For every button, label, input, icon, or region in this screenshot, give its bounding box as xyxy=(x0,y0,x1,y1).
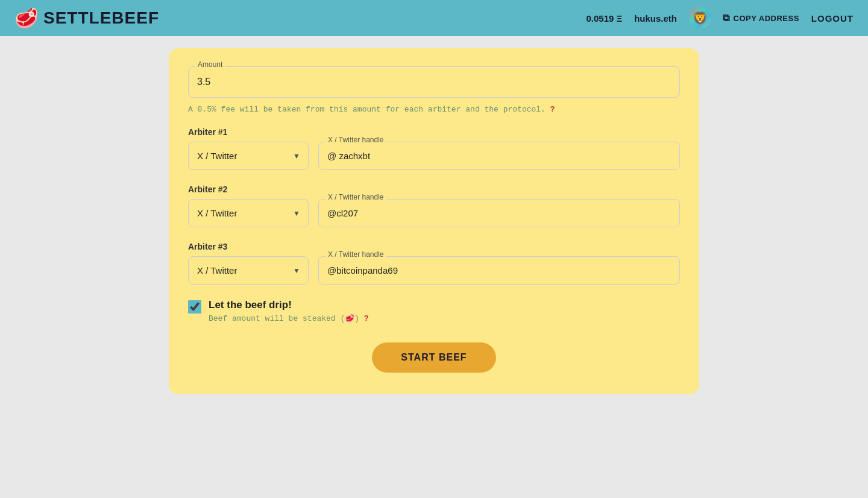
arbiter-3-handle-label: X / Twitter handle xyxy=(326,250,386,259)
logo-text: SETTLEBEEF xyxy=(43,8,159,28)
drip-text: Let the beef drip! Beef amount will be s… xyxy=(209,299,369,323)
drip-title[interactable]: Let the beef drip! xyxy=(209,299,369,311)
arbiter-2-row: X / Twitter Ethereum Address Farcaster ▼… xyxy=(188,199,680,227)
drip-help-icon[interactable]: ? xyxy=(364,314,369,323)
arbiter-2-label: Arbiter #2 xyxy=(188,184,680,194)
logo[interactable]: 🥩 SETTLEBEEF xyxy=(14,7,159,30)
header: 🥩 SETTLEBEEF 0.0519 Ξ hukus.eth 🦁 ⧉ COPY… xyxy=(0,0,868,36)
arbiter-2-handle-input[interactable] xyxy=(318,199,680,227)
arbiter-3-platform-select[interactable]: X / Twitter Ethereum Address Farcaster xyxy=(188,256,309,285)
arbiter-3-label: Arbiter #3 xyxy=(188,242,680,251)
arbiter-3-section: Arbiter #3 X / Twitter Ethereum Address … xyxy=(188,242,680,285)
amount-label: Amount xyxy=(195,60,225,69)
amount-field-wrapper: Amount xyxy=(188,66,680,98)
fee-help-icon[interactable]: ? xyxy=(550,105,555,114)
main-content: Amount A 0.5% fee will be taken from thi… xyxy=(0,36,868,498)
drip-checkbox[interactable] xyxy=(188,300,201,314)
arbiter-1-label: Arbiter #1 xyxy=(188,127,680,137)
arbiter-1-handle-input[interactable] xyxy=(318,142,680,170)
copy-address-button[interactable]: ⧉ COPY ADDRESS xyxy=(723,13,799,24)
drip-subtitle: Beef amount will be steaked (🥩) ? xyxy=(209,314,369,323)
arbiter-3-handle-input[interactable] xyxy=(318,256,680,285)
arbiter-3-platform-wrapper: X / Twitter Ethereum Address Farcaster ▼ xyxy=(188,256,309,285)
arbiter-2-section: Arbiter #2 X / Twitter Ethereum Address … xyxy=(188,184,680,227)
username-display: hukus.eth xyxy=(634,13,677,24)
fee-notice: A 0.5% fee will be taken from this amoun… xyxy=(188,105,680,114)
arbiter-1-section: Arbiter #1 X / Twitter Ethereum Address … xyxy=(188,127,680,170)
start-beef-button[interactable]: START BEEF xyxy=(372,342,495,373)
arbiter-3-handle-wrapper: X / Twitter handle xyxy=(318,256,680,285)
form-card: Amount A 0.5% fee will be taken from thi… xyxy=(169,48,699,394)
arbiter-1-handle-label: X / Twitter handle xyxy=(326,136,386,144)
amount-input[interactable] xyxy=(188,66,680,98)
start-btn-wrapper: START BEEF xyxy=(188,342,680,373)
drip-section: Let the beef drip! Beef amount will be s… xyxy=(188,299,680,323)
header-right: 0.0519 Ξ hukus.eth 🦁 ⧉ COPY ADDRESS LOGO… xyxy=(586,7,854,29)
logout-button[interactable]: LOGOUT xyxy=(811,13,854,24)
arbiter-3-row: X / Twitter Ethereum Address Farcaster ▼… xyxy=(188,256,680,285)
logo-icon: 🥩 xyxy=(14,7,39,30)
arbiter-2-handle-label: X / Twitter handle xyxy=(326,193,386,201)
arbiter-2-platform-select[interactable]: X / Twitter Ethereum Address Farcaster xyxy=(188,199,309,227)
balance-display: 0.0519 Ξ xyxy=(586,13,622,24)
arbiter-2-handle-wrapper: X / Twitter handle xyxy=(318,199,680,227)
arbiter-2-platform-wrapper: X / Twitter Ethereum Address Farcaster ▼ xyxy=(188,199,309,227)
arbiter-1-handle-wrapper: X / Twitter handle xyxy=(318,142,680,170)
copy-icon: ⧉ xyxy=(723,13,730,24)
avatar[interactable]: 🦁 xyxy=(689,7,711,29)
arbiter-1-platform-select[interactable]: X / Twitter Ethereum Address Farcaster xyxy=(188,142,309,170)
arbiter-1-row: X / Twitter Ethereum Address Farcaster ▼… xyxy=(188,142,680,170)
arbiter-1-platform-wrapper: X / Twitter Ethereum Address Farcaster ▼ xyxy=(188,142,309,170)
amount-field-group: Amount xyxy=(188,66,680,98)
